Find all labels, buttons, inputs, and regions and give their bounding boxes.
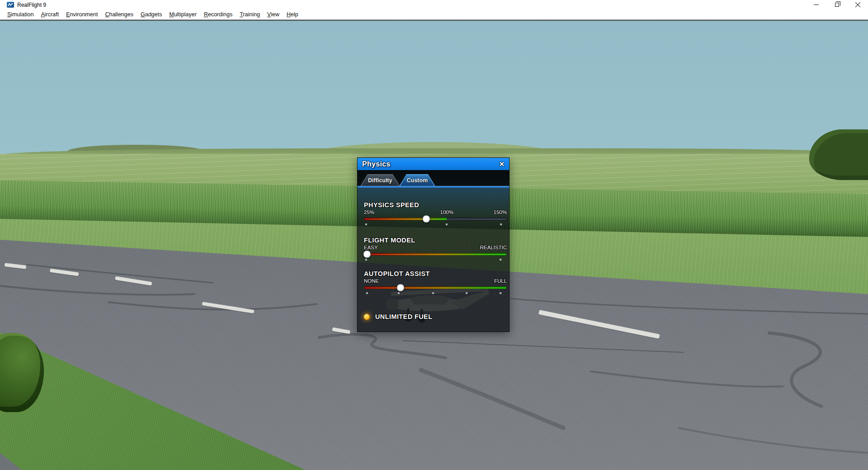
flight-model-slider-thumb[interactable] — [363, 251, 371, 258]
menubar: Simulation Aircraft Environment Challeng… — [0, 9, 868, 19]
close-window-button[interactable] — [847, 0, 868, 9]
tab-custom[interactable]: Custom — [399, 174, 435, 186]
tab-custom-label: Custom — [399, 174, 435, 186]
minimize-button[interactable] — [806, 0, 826, 9]
physics-dialog: Physics ✕ Difficulty Custom PHYSICS SPEE… — [357, 157, 510, 332]
dialog-tabstrip: Difficulty Custom — [358, 170, 509, 188]
autopilot-full-label: FULL — [494, 278, 507, 284]
realflight-window: RealFlight 9 Simulation Aircraft Environ… — [0, 0, 868, 470]
autopilot-none-label: NONE — [364, 278, 379, 284]
physics-speed-section: PHYSICS SPEED 25% 100% 150% — [364, 201, 507, 229]
menu-item-aircraft[interactable]: Aircraft — [37, 10, 62, 19]
physics-speed-scale-150: 150% — [494, 209, 507, 215]
autopilot-assist-section: AUTOPILOT ASSIST NONE FULL — [364, 270, 507, 298]
menu-item-gadgets[interactable]: Gadgets — [137, 10, 166, 19]
physics-speed-scale-100: 100% — [440, 209, 453, 215]
flight-model-slider[interactable] — [364, 253, 507, 256]
restore-icon — [835, 3, 839, 7]
flight-model-easy-label: EASY — [364, 245, 378, 250]
dialog-close-button[interactable]: ✕ — [499, 161, 505, 167]
menu-item-view[interactable]: View — [263, 10, 283, 19]
flight-model-realistic-label: REALISTIC — [480, 245, 507, 250]
flight-model-scale: EASY REALISTIC — [364, 245, 507, 251]
menu-item-help[interactable]: Help — [283, 10, 302, 19]
autopilot-assist-ticks — [364, 292, 507, 294]
menubar-separator — [0, 19, 868, 21]
physics-speed-label: PHYSICS SPEED — [364, 201, 419, 209]
menu-item-environment[interactable]: Environment — [62, 10, 101, 19]
autopilot-assist-slider-thumb[interactable] — [397, 284, 405, 292]
physics-speed-slider-thumb[interactable] — [423, 215, 430, 223]
menu-item-training[interactable]: Training — [236, 10, 264, 19]
menu-item-simulation[interactable]: Simulation — [4, 10, 37, 19]
unlimited-fuel-toggle[interactable]: UNLIMITED FUEL — [364, 313, 432, 321]
physics-dialog-title: Physics — [362, 160, 391, 168]
autopilot-assist-scale: NONE FULL — [364, 278, 507, 284]
flight-model-section: FLIGHT MODEL EASY REALISTIC — [364, 237, 507, 265]
unlimited-fuel-label: UNLIMITED FUEL — [375, 313, 432, 320]
physics-speed-scale-25: 25% — [364, 209, 374, 215]
menu-item-multiplayer[interactable]: Multiplayer — [166, 10, 200, 19]
tab-difficulty-label: Difficulty — [360, 174, 400, 186]
menu-item-recordings[interactable]: Recordings — [200, 10, 236, 19]
physics-speed-slider[interactable] — [364, 218, 507, 220]
autopilot-assist-label: AUTOPILOT ASSIST — [364, 270, 430, 277]
realflight-logo-icon — [7, 2, 14, 8]
physics-dialog-titlebar[interactable]: Physics ✕ — [358, 158, 509, 170]
flight-model-label: FLIGHT MODEL — [364, 237, 415, 244]
tab-difficulty[interactable]: Difficulty — [360, 174, 400, 186]
restore-button[interactable] — [826, 0, 847, 9]
close-icon — [855, 2, 861, 8]
window-titlebar: RealFlight 9 — [0, 0, 868, 9]
physics-speed-scale: 25% 100% 150% — [364, 209, 507, 215]
fuel-orb-icon — [364, 314, 370, 320]
menu-item-challenges[interactable]: Challenges — [101, 10, 137, 19]
physics-speed-ticks — [364, 223, 507, 226]
minimize-icon — [814, 5, 819, 5]
flight-model-ticks — [364, 259, 507, 261]
autopilot-assist-slider[interactable] — [364, 286, 507, 289]
window-title: RealFlight 9 — [17, 2, 46, 8]
